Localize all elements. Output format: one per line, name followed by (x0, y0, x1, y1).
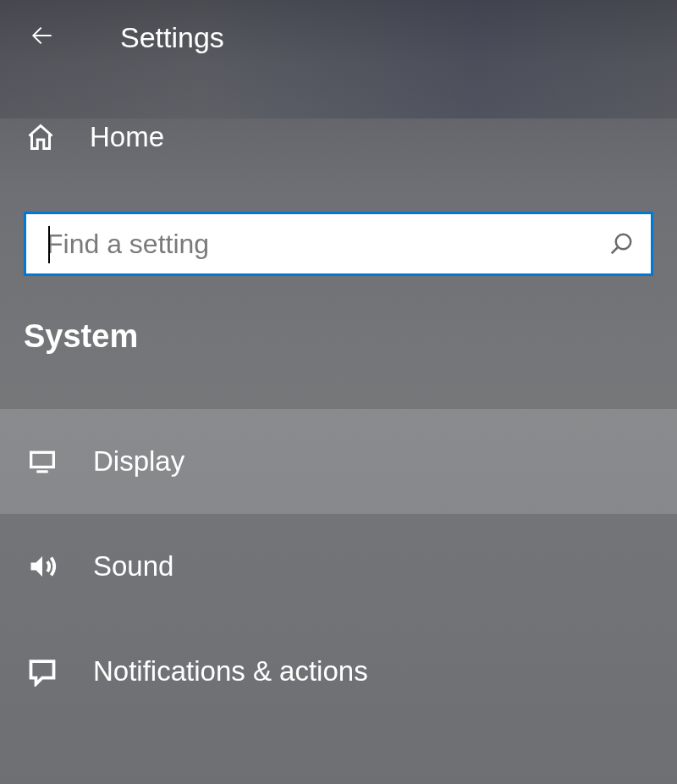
menu-item-notifications[interactable]: Notifications & actions (0, 619, 677, 724)
page-title: Settings (120, 21, 224, 54)
text-cursor (48, 226, 50, 263)
search-input[interactable] (47, 229, 608, 260)
home-icon (24, 120, 58, 154)
search-container (0, 186, 677, 284)
search-icon[interactable] (608, 231, 634, 257)
menu-label: Sound (93, 550, 173, 582)
header: Settings (0, 0, 677, 80)
display-icon (24, 443, 61, 480)
svg-line-2 (612, 247, 619, 254)
section-title: System (0, 284, 677, 375)
back-arrow-icon (29, 22, 56, 52)
menu-label: Notifications & actions (93, 655, 368, 687)
svg-point-1 (616, 235, 631, 250)
menu-section: Display Sound Notifications & actions (0, 375, 677, 724)
nav-item-home[interactable]: Home (0, 105, 677, 169)
menu-label: Display (93, 445, 184, 478)
menu-item-display[interactable]: Display (0, 409, 677, 514)
search-box[interactable] (24, 212, 653, 276)
notifications-icon (24, 653, 61, 690)
nav-section: Home (0, 80, 677, 186)
back-button[interactable] (25, 20, 59, 54)
sound-icon (24, 548, 61, 585)
svg-rect-3 (31, 452, 54, 467)
menu-item-sound[interactable]: Sound (0, 514, 677, 619)
nav-label-home: Home (90, 121, 164, 153)
